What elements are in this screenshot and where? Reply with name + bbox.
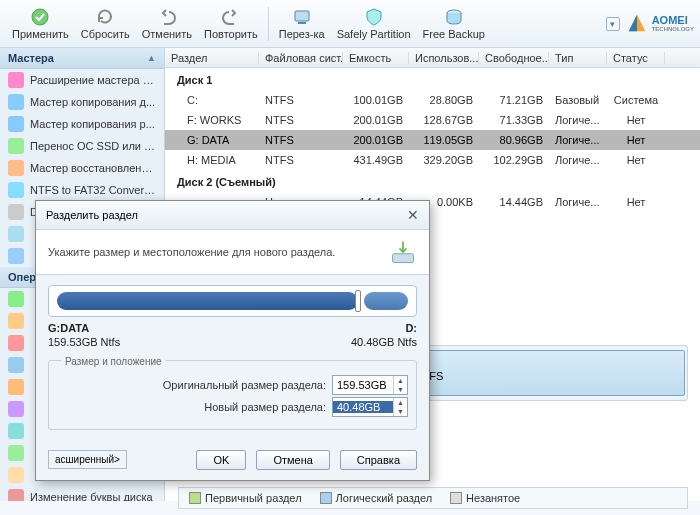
table-row[interactable]: G: DATANTFS200.01GB119.05GB80.96GBЛогиче… [165, 130, 700, 150]
table-row[interactable]: C:NTFS100.01GB28.80GB71.21GBБазовыйСисте… [165, 90, 700, 110]
svg-rect-1 [295, 11, 309, 21]
sidebar-item[interactable]: Мастер копирования д... [0, 91, 164, 113]
sidebar-item[interactable]: Перенос ОС SSD или HDD [0, 135, 164, 157]
split-partition-dialog: Разделить раздел✕ Укажите размер и место… [35, 200, 430, 481]
free-backup-button[interactable]: Free Backup [417, 5, 491, 42]
toolbar-dropdown[interactable]: ▾ [606, 17, 620, 31]
split-icon [389, 238, 417, 266]
col-capacity[interactable]: Емкость [343, 52, 409, 64]
refresh-button[interactable]: Перез-ка [273, 5, 331, 42]
col-partition[interactable]: Раздел [165, 52, 259, 64]
dialog-subtitle: Укажите размер и местоположение для ново… [48, 246, 335, 258]
brand-logo: AOMEITECHNOLOGY [626, 13, 694, 35]
col-fs[interactable]: Файловая сист... [259, 52, 343, 64]
col-type[interactable]: Тип [549, 52, 607, 64]
size-slider[interactable] [48, 285, 417, 317]
svg-point-0 [32, 9, 48, 25]
original-size-input[interactable]: ▲▼ [332, 375, 408, 395]
sidebar-item[interactable]: Мастер восстановлени... [0, 157, 164, 179]
slider-handle[interactable] [355, 290, 361, 312]
col-status[interactable]: Статус [607, 52, 665, 64]
disk-header: Диск 1 [165, 68, 700, 90]
col-free[interactable]: Свободное... [479, 52, 549, 64]
redo-button[interactable]: Повторить [198, 5, 264, 42]
table-row[interactable]: H: MEDIANTFS431.49GB329.20GB102.29GBЛоги… [165, 150, 700, 170]
safely-partition-button[interactable]: Safely Partition [331, 5, 417, 42]
sidebar-item[interactable]: NTFS to FAT32 Converter [0, 179, 164, 201]
cancel-button[interactable]: Отмена [256, 450, 329, 470]
help-button[interactable]: Справка [340, 450, 417, 470]
masters-panel-header[interactable]: Мастера▲ [0, 48, 164, 69]
sidebar-item[interactable]: Расширение мастера р... [0, 69, 164, 91]
apply-button[interactable]: Применить [6, 5, 75, 42]
col-used[interactable]: Использов... [409, 52, 479, 64]
legend: Первичный раздел Логический раздел Незан… [178, 487, 688, 509]
chevron-up-icon: ▲ [147, 53, 156, 63]
svg-rect-4 [393, 254, 414, 263]
reset-button[interactable]: Сбросить [75, 5, 136, 42]
sidebar-item[interactable]: Изменение буквы диска [0, 486, 164, 501]
close-icon[interactable]: ✕ [407, 207, 419, 223]
disk-header: Диск 2 (Съемный) [165, 170, 700, 192]
new-size-input[interactable]: ▲▼ [332, 397, 408, 417]
table-row[interactable]: F: WORKSNTFS200.01GB128.67GB71.33GBЛогич… [165, 110, 700, 130]
sidebar-item[interactable]: Мастер копирования р... [0, 113, 164, 135]
main-toolbar: Применить Сбросить Отменить Повторить Пе… [0, 0, 700, 48]
svg-rect-2 [298, 22, 306, 24]
undo-button[interactable]: Отменить [136, 5, 198, 42]
dialog-title: Разделить раздел [46, 209, 138, 221]
ok-button[interactable]: OK [196, 450, 246, 470]
advanced-button[interactable]: асширенный> [48, 450, 127, 469]
